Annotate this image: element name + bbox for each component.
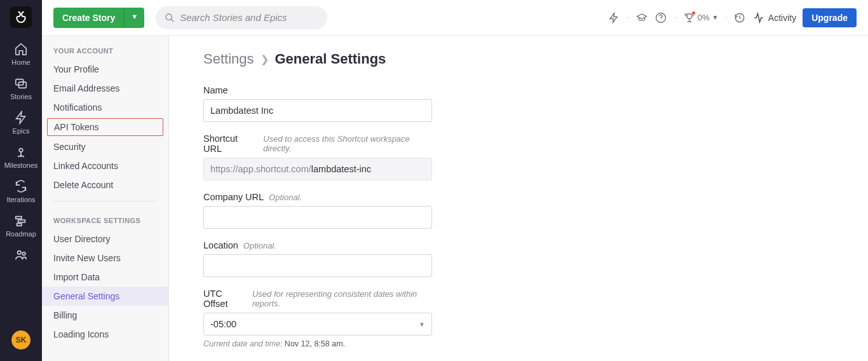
side-billing[interactable]: Billing (42, 306, 168, 325)
chevron-down-icon: ▼ (712, 14, 719, 21)
rail-label: Iterations (6, 196, 35, 203)
user-avatar[interactable]: SK (11, 330, 31, 350)
progress-trophy[interactable]: 0% ▼ (684, 12, 719, 24)
chevron-right-icon: ❯ (261, 53, 269, 65)
current-time-note: Current date and time: Nov 12, 8:58 am. (203, 339, 438, 348)
account-section-label: YOUR ACCOUNT (42, 38, 168, 60)
rail-label: Stories (10, 93, 32, 100)
search-icon (165, 13, 175, 23)
side-linked-accounts[interactable]: Linked Accounts (42, 156, 168, 175)
rail-stories[interactable]: Stories (0, 71, 42, 106)
notification-dot (691, 11, 696, 15)
home-icon (14, 42, 28, 56)
company-url-hint: Optional. (269, 193, 302, 202)
roadmap-icon (14, 214, 28, 228)
activity-link[interactable]: Activity (753, 12, 796, 24)
nav-rail: Home Stories Epics Milestones Iterations… (0, 0, 42, 361)
svg-point-6 (18, 251, 22, 255)
create-story-button[interactable]: Create Story ▼ (53, 8, 144, 28)
rail-roadmap[interactable]: Roadmap (0, 208, 42, 243)
history-icon[interactable] (734, 12, 747, 24)
search-placeholder: Search Stories and Epics (180, 12, 287, 23)
progress-percent: 0% (698, 13, 710, 22)
side-general-settings[interactable]: General Settings (42, 287, 168, 306)
iterations-icon (14, 179, 28, 193)
rail-label: Roadmap (6, 230, 36, 238)
side-security[interactable]: Security (42, 137, 168, 156)
rail-home[interactable]: Home (0, 37, 42, 71)
utc-offset-select[interactable]: -05:00 ▼ (203, 313, 432, 336)
location-hint: Optional. (243, 241, 276, 250)
shortcut-url-label: Shortcut URL (203, 133, 258, 154)
breadcrumb-current: General Settings (275, 51, 386, 67)
shortcut-url-box[interactable]: https://app.shortcut.com/lambdatest-inc (203, 158, 432, 180)
create-story-label[interactable]: Create Story (53, 8, 124, 28)
rail-epics[interactable]: Epics (0, 106, 42, 140)
activity-icon (753, 12, 764, 24)
location-input[interactable] (203, 254, 432, 277)
top-bar: Create Story ▼ Search Stories and Epics … (42, 0, 868, 36)
workspace-section-label: WORKSPACE SETTINGS (42, 208, 168, 229)
company-url-input[interactable] (203, 206, 432, 229)
chevron-down-icon: ▼ (419, 321, 425, 328)
name-label: Name (203, 85, 228, 95)
breadcrumb: Settings ❯ General Settings (203, 51, 834, 67)
team-icon (14, 248, 28, 262)
svg-rect-3 (16, 217, 22, 219)
rail-team[interactable] (0, 243, 42, 269)
create-story-caret[interactable]: ▼ (124, 8, 144, 28)
svg-point-8 (166, 14, 172, 20)
utc-offset-hint: Used for representing consistent dates w… (252, 289, 438, 308)
rail-label: Home (11, 58, 30, 66)
side-loading-icons[interactable]: Loading Icons (42, 325, 168, 344)
rail-iterations[interactable]: Iterations (0, 174, 42, 208)
company-url-label: Company URL (203, 192, 264, 202)
app-logo[interactable] (10, 6, 32, 28)
location-label: Location (203, 240, 238, 250)
side-your-profile[interactable]: Your Profile (42, 60, 168, 79)
side-email-addresses[interactable]: Email Addresses (42, 79, 168, 98)
side-delete-account[interactable]: Delete Account (42, 175, 168, 194)
upgrade-button[interactable]: Upgrade (803, 8, 857, 27)
rail-milestones[interactable]: Milestones (0, 140, 42, 174)
side-invite-users[interactable]: Invite New Users (42, 249, 168, 268)
settings-sidebar: YOUR ACCOUNT Your Profile Email Addresse… (42, 0, 169, 361)
name-input[interactable] (203, 99, 432, 122)
education-icon[interactable] (636, 12, 649, 24)
svg-point-2 (19, 149, 23, 153)
stories-icon (14, 76, 28, 90)
svg-point-7 (22, 252, 25, 255)
side-api-tokens[interactable]: API Tokens (47, 118, 163, 136)
breadcrumb-root[interactable]: Settings (203, 51, 254, 67)
side-user-directory[interactable]: User Directory (42, 229, 168, 249)
side-notifications[interactable]: Notifications (42, 98, 168, 117)
utc-offset-label: UTC Offset (203, 289, 247, 309)
svg-rect-4 (18, 220, 25, 222)
rail-label: Milestones (4, 161, 38, 169)
side-import-data[interactable]: Import Data (42, 268, 168, 287)
shortcut-url-hint: Used to access this Shortcut workspace d… (263, 134, 438, 153)
help-icon[interactable] (655, 12, 668, 24)
main-content: Settings ❯ General Settings Name Shortcu… (169, 0, 868, 361)
bolt-icon[interactable] (608, 12, 621, 24)
epics-icon (14, 111, 28, 125)
milestones-icon (14, 145, 28, 159)
rail-label: Epics (13, 127, 30, 135)
search-input[interactable]: Search Stories and Epics (156, 6, 327, 29)
svg-rect-5 (17, 224, 22, 226)
